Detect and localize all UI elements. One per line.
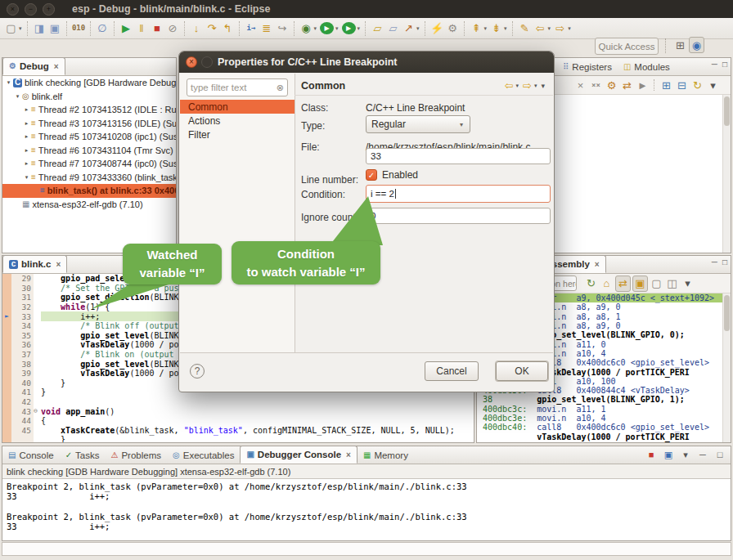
pin-view-icon[interactable]: ⇄ (620, 78, 634, 92)
debug-icon[interactable]: ◉ (299, 21, 313, 36)
view-menu-icon[interactable]: ▾ (706, 78, 720, 92)
forward-arrow-icon[interactable]: ⇨ (523, 80, 532, 91)
tree-expander-icon[interactable]: ▾ (14, 93, 21, 100)
close-tab-icon[interactable]: × (595, 260, 600, 269)
resume-icon[interactable]: ▶ (119, 21, 133, 36)
use-step-filters-icon[interactable]: ↪ (276, 21, 290, 36)
chevron-down-icon[interactable]: ▾ (534, 83, 537, 89)
external-tools-icon[interactable]: ▶ (342, 22, 356, 34)
flash-download-icon[interactable]: ↗ (402, 21, 416, 36)
display-selected-console-icon[interactable]: ▣ (663, 449, 674, 461)
dialog-nav-actions[interactable]: Actions (180, 114, 295, 128)
close-tab-icon[interactable]: × (346, 450, 351, 459)
tab-problems[interactable]: ⚠Problems (105, 447, 167, 464)
clear-filter-icon[interactable]: ⊗ (277, 83, 284, 93)
tab-memory[interactable]: ▦Memory (358, 447, 414, 464)
maximize-panel-icon[interactable]: □ (714, 449, 726, 461)
previous-annotation-dropdown-icon[interactable]: ▾ (484, 25, 488, 32)
run-icon[interactable]: ▶ (320, 22, 334, 34)
fold-marker-icon[interactable]: ⊖ (34, 408, 41, 414)
forward-icon[interactable]: ⇨ (553, 21, 567, 36)
instruction-stepping-icon[interactable]: i→ (245, 21, 259, 36)
new-view-icon[interactable]: ▢ (650, 276, 663, 291)
dialog-nav-filter[interactable]: Filter (180, 128, 295, 141)
help-button[interactable]: ? (190, 364, 205, 379)
save-all-icon[interactable]: ▣ (48, 21, 62, 36)
console-dropdown-icon[interactable]: ▾ (680, 449, 691, 461)
tree-item[interactable]: ▸≡Thread #7 1073408744 (ipc0) (Susp (2, 157, 176, 171)
scrollbar-thumb[interactable] (724, 96, 730, 126)
tree-item[interactable]: ▾◎blink.elf (2, 90, 176, 104)
window-minimize-button[interactable]: − (25, 3, 37, 16)
enabled-checkbox[interactable]: ✓ (366, 169, 377, 181)
refresh-disassembly-icon[interactable]: ↻ (584, 276, 598, 291)
open-element-icon[interactable]: ▱ (371, 21, 384, 36)
register-group-icon[interactable]: ⚙ (605, 78, 618, 92)
next-annotation-dropdown-icon[interactable]: ▾ (504, 25, 507, 32)
pin-disassembly-icon[interactable]: ◫ (665, 276, 679, 291)
window-close-button[interactable]: × (7, 3, 19, 16)
open-resource-icon[interactable]: ▱ (386, 21, 400, 36)
tree-item[interactable]: ▾≡Thread #9 1073433360 (blink_task (2, 171, 176, 185)
close-tab-icon[interactable]: × (56, 260, 61, 269)
tab-debugger-console[interactable]: ▣Debugger Console× (240, 446, 358, 464)
refresh-view-icon[interactable]: ↻ (690, 78, 704, 92)
debug-dropdown-icon[interactable]: ▾ (314, 25, 317, 32)
debug-perspective-icon[interactable]: ◉ (689, 37, 704, 53)
sync-with-active-context-icon[interactable]: ⇄ (615, 276, 631, 292)
tree-item[interactable]: ▦xtensa-esp32-elf-gdb (7.10) (2, 198, 176, 212)
home-pc-icon[interactable]: ⌂ (600, 276, 614, 291)
registers-scrollbar[interactable] (722, 95, 731, 253)
skip-all-breakpoints-icon[interactable]: ∅ (96, 21, 110, 36)
track-expression-icon[interactable]: ▣ (632, 276, 648, 292)
ignore-count-input[interactable]: 0 (366, 208, 551, 224)
next-annotation-icon[interactable]: ⇟ (489, 21, 503, 36)
save-icon[interactable]: ◨ (33, 21, 47, 36)
console-output[interactable]: Breakpoint 2, blink_task (pvParameter=0x… (2, 478, 731, 540)
tree-item[interactable]: ▸≡Thread #3 1073413156 (IDLE) (Susp (2, 117, 176, 131)
view-menu-icon[interactable]: ▾ (681, 276, 695, 291)
remove-all-register-groups-icon[interactable]: ×× (589, 78, 603, 92)
minimize-icon[interactable]: ─ (712, 60, 717, 69)
back-icon[interactable]: ⇦ (533, 21, 547, 36)
tree-expander-icon[interactable]: ▾ (5, 79, 12, 86)
select-pointer-icon[interactable]: ► (636, 78, 650, 92)
condition-input[interactable]: i == 2 (366, 185, 551, 203)
tree-expander-icon[interactable]: ▸ (23, 147, 30, 154)
tree-item[interactable]: ▸≡Thread #6 1073431104 (Tmr Svc) (S (2, 144, 176, 158)
close-tab-icon[interactable]: × (54, 62, 59, 71)
dialog-nav-common[interactable]: Common (180, 100, 295, 114)
ok-button[interactable]: OK (496, 361, 548, 381)
forward-dropdown-icon[interactable]: ▾ (568, 25, 571, 32)
terminate-console-icon[interactable]: ■ (645, 449, 657, 461)
profile-icon[interactable]: ⚙ (446, 21, 460, 36)
tree-item[interactable]: ≡blink_task() at blink.c:33 0x400db (2, 184, 176, 198)
step-over-icon[interactable]: ↷ (205, 21, 219, 36)
new-wizard-dropdown-icon[interactable]: ▾ (19, 25, 22, 32)
tab-executables[interactable]: ◎Executables (167, 447, 240, 464)
back-arrow-icon[interactable]: ⇦ (505, 80, 514, 91)
minimize-panel-icon[interactable]: ─ (697, 449, 708, 461)
new-wizard-icon[interactable]: ▢ (4, 21, 18, 36)
chevron-down-icon[interactable]: ▾ (516, 83, 519, 89)
disconnect-icon[interactable]: ⊘ (166, 21, 180, 36)
tab-blink-c[interactable]: c blink.c × (2, 255, 67, 273)
scrollbar-thumb[interactable] (724, 295, 730, 331)
tree-item[interactable]: ▾Cblink checking [GDB Hardware Debug (2, 76, 176, 90)
step-into-icon[interactable]: ↓ (190, 21, 204, 36)
run-dropdown-icon[interactable]: ▾ (335, 25, 339, 32)
open-perspective-icon[interactable]: ⊞ (673, 38, 687, 52)
tree-item[interactable]: ▸≡Thread #2 1073413512 (IDLE : Runn (2, 103, 176, 117)
window-maximize-button[interactable]: + (43, 3, 55, 16)
remove-register-group-icon[interactable]: × (573, 78, 587, 92)
tab-console[interactable]: ▤Console (2, 447, 60, 464)
dialog-window-button[interactable] (201, 56, 213, 68)
maximize-icon[interactable]: □ (722, 258, 727, 267)
pin-console-icon[interactable]: ≣ (260, 21, 274, 36)
back-dropdown-icon[interactable]: ▾ (548, 25, 551, 32)
filter-input[interactable]: type filter text ⊗ (187, 78, 288, 96)
tree-expander-icon[interactable]: ▸ (23, 106, 30, 113)
cancel-button[interactable]: Cancel (425, 361, 479, 381)
tree-expander-icon[interactable]: ▸ (23, 120, 30, 127)
type-select[interactable]: Regular ▾ (366, 115, 470, 133)
